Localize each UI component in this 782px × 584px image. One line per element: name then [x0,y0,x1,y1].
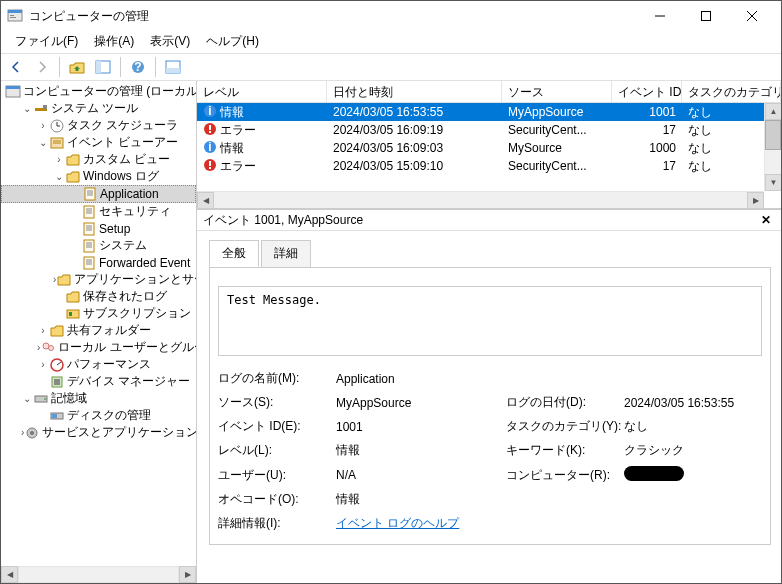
minimize-button[interactable] [637,1,683,31]
help-button[interactable]: ? [127,56,149,78]
list-hscroll[interactable]: ◀ ▶ [197,191,764,208]
tree-item-setup[interactable]: Setup [1,220,196,237]
more-info-link[interactable]: イベント ログのヘルプ [336,515,506,532]
toolbar: ? [1,53,781,81]
expander-icon[interactable]: ⌄ [21,393,33,404]
col-source[interactable]: ソース [502,81,612,102]
tree-label: ディスクの管理 [67,407,151,424]
label-event-id: イベント ID(E): [218,418,336,435]
svg-rect-2 [10,15,14,16]
tree-item-custom_views[interactable]: ›カスタム ビュー [1,151,196,168]
col-category[interactable]: タスクのカテゴリ [682,81,781,102]
folder-icon [56,272,72,288]
svg-rect-45 [69,312,72,316]
tree-item-shared_folders[interactable]: ›共有フォルダー [1,322,196,339]
scroll-right-icon[interactable]: ▶ [747,192,764,209]
disk-icon [49,408,65,424]
tree-label: Forwarded Event [99,256,190,270]
col-event-id[interactable]: イベント ID [612,81,682,102]
tree-item-disk_management[interactable]: ディスクの管理 [1,407,196,424]
scroll-left-icon[interactable]: ◀ [1,566,18,583]
list-row[interactable]: i情報2024/03/05 16:53:55MyAppSource1001なし [197,103,781,121]
scroll-thumb[interactable] [765,120,781,150]
tree-item-forwarded[interactable]: Forwarded Event [1,254,196,271]
tree-item-saved_logs[interactable]: 保存されたログ [1,288,196,305]
scroll-right-icon[interactable]: ▶ [179,566,196,583]
tree-label: パフォーマンス [67,356,151,373]
cell-event-id: 17 [612,123,682,137]
expander-icon[interactable]: › [37,325,49,336]
label-keywords: キーワード(K): [506,442,624,459]
tree-item-system[interactable]: システム [1,237,196,254]
svg-rect-13 [166,68,180,73]
expander-icon[interactable]: ⌄ [21,103,33,114]
scroll-left-icon[interactable]: ◀ [197,192,214,209]
tree-item-performance[interactable]: ›パフォーマンス [1,356,196,373]
subs-icon [65,306,81,322]
event-properties: ログの名前(M): Application ソース(S): MyAppSourc… [218,370,762,532]
col-datetime[interactable]: 日付と時刻 [327,81,502,102]
tree-item-storage[interactable]: ⌄記憶域 [1,390,196,407]
tree-item-windows_logs[interactable]: ⌄Windows ログ [1,168,196,185]
up-level-button[interactable] [66,56,88,78]
close-button[interactable] [729,1,775,31]
detail-header: イベント 1001, MyAppSource ✕ [197,209,781,231]
tree-item-services_apps[interactable]: ›サービスとアプリケーション [1,424,196,441]
list-vscroll[interactable]: ▲ ▼ [764,103,781,191]
scroll-down-icon[interactable]: ▼ [765,174,781,191]
label-log-name: ログの名前(M): [218,370,336,387]
label-source: ソース(S): [218,394,336,411]
hammer-icon [33,101,49,117]
cell-level: エラー [220,158,256,175]
tree-item-application[interactable]: Application [1,185,196,203]
expander-icon[interactable]: › [37,120,49,131]
scroll-up-icon[interactable]: ▲ [765,103,781,120]
expander-icon[interactable]: › [37,359,49,370]
list-row[interactable]: エラー2024/03/05 16:09:19SecurityCent...17な… [197,121,781,139]
preview-pane-button[interactable] [162,56,184,78]
tree-item-security[interactable]: セキュリティ [1,203,196,220]
toggle-tree-button[interactable] [92,56,114,78]
svg-rect-32 [84,223,94,235]
expander-icon[interactable]: ⌄ [53,171,65,182]
tree-item-device_manager[interactable]: デバイス マネージャー [1,373,196,390]
svg-rect-3 [10,17,16,18]
tree-item-local_users[interactable]: ›ローカル ユーザーとグループ [1,339,196,356]
detail-close-button[interactable]: ✕ [757,213,775,227]
menu-help[interactable]: ヘルプ(H) [198,31,267,52]
eventviewer-icon [49,135,65,151]
expander-icon[interactable]: › [53,154,65,165]
expander-icon[interactable]: ⌄ [37,137,49,148]
value-log-name: Application [336,372,506,386]
forward-button[interactable] [31,56,53,78]
tree-item-root[interactable]: コンピューターの管理 (ローカル) [1,83,196,100]
menu-action[interactable]: 操作(A) [86,31,142,52]
maximize-button[interactable] [683,1,729,31]
tab-details[interactable]: 詳細 [261,240,311,267]
tree-item-event_viewer[interactable]: ⌄イベント ビューアー [1,134,196,151]
right-panel: レベル 日付と時刻 ソース イベント ID タスクのカテゴリ i情報2024/0… [197,81,781,583]
nav-tree[interactable]: コンピューターの管理 (ローカル)⌄システム ツール›タスク スケジューラ⌄イベ… [1,81,197,583]
tab-general[interactable]: 全般 [209,240,259,267]
list-row[interactable]: i情報2024/03/05 16:09:03MySource1000なし [197,139,781,157]
scroll-track[interactable] [18,566,179,583]
tree-item-apps_svcs[interactable]: ›アプリケーションとサービ [1,271,196,288]
svg-rect-61 [209,125,211,130]
col-level[interactable]: レベル [197,81,327,102]
tree-label: Windows ログ [83,168,159,185]
menu-file[interactable]: ファイル(F) [7,31,86,52]
menu-view[interactable]: 表示(V) [142,31,198,52]
back-button[interactable] [5,56,27,78]
list-row[interactable]: エラー2024/03/05 15:09:10SecurityCent...17な… [197,157,781,175]
cell-level: 情報 [220,104,244,121]
tree-item-task_scheduler[interactable]: ›タスク スケジューラ [1,117,196,134]
tree-label: ローカル ユーザーとグループ [58,339,197,356]
label-category: タスクのカテゴリ(Y): [506,418,624,435]
tree-item-system_tools[interactable]: ⌄システム ツール [1,100,196,117]
tree-item-subscriptions[interactable]: サブスクリプション [1,305,196,322]
value-logged: 2024/03/05 16:53:55 [624,396,781,410]
tree-hscroll[interactable]: ◀ ▶ [1,566,196,583]
cell-source: SecurityCent... [502,123,612,137]
users-icon [40,340,56,356]
event-message[interactable]: Test Message. [218,286,762,356]
